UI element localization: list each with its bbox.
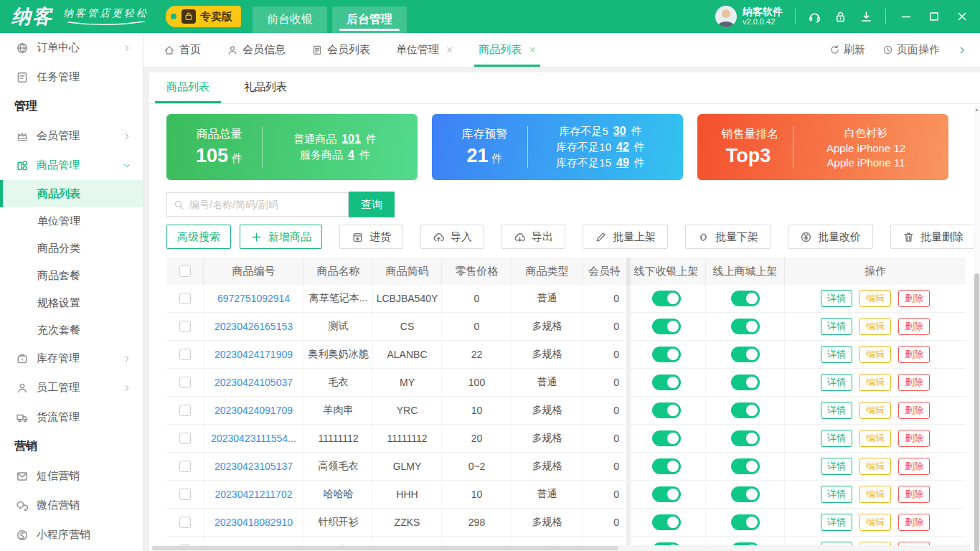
row-checkbox[interactable] [179, 321, 191, 332]
detail-button[interactable]: 详情 [821, 318, 852, 335]
online-mall-toggle[interactable] [731, 347, 760, 362]
row-checkbox[interactable] [179, 433, 191, 444]
edit-button[interactable]: 编辑 [859, 486, 891, 503]
download-icon[interactable] [859, 10, 873, 24]
detail-button[interactable]: 详情 [821, 486, 852, 503]
detail-button[interactable]: 详情 [821, 458, 852, 475]
product-code-link[interactable]: 6972751092914 [217, 293, 290, 304]
purchase-button[interactable]: 进货 [339, 225, 403, 249]
sidebar-item-wechat-marketing[interactable]: 微信营销 [0, 491, 143, 520]
offline-pos-toggle[interactable] [652, 375, 681, 390]
sidebar-item-product-category[interactable]: 商品分类 [0, 235, 143, 262]
delete-button[interactable]: 删除 [898, 430, 930, 447]
edit-button[interactable]: 编辑 [859, 346, 891, 363]
offline-pos-toggle[interactable] [652, 430, 681, 446]
offline-pos-toggle[interactable] [652, 402, 681, 418]
detail-button[interactable]: 详情 [821, 514, 852, 531]
row-checkbox[interactable] [179, 377, 191, 388]
vertical-scroll-thumb[interactable] [974, 273, 979, 551]
offline-pos-toggle[interactable] [652, 291, 681, 306]
batch-on-shelf-button[interactable]: 批量上架 [583, 225, 668, 249]
topnav-backend-management[interactable]: 后台管理 [332, 6, 407, 33]
sidebar-item-staff-management[interactable]: 员工管理 [0, 373, 143, 402]
detail-button[interactable]: 详情 [821, 374, 852, 391]
row-checkbox[interactable] [179, 517, 191, 528]
maximize-button[interactable] [926, 9, 942, 24]
detail-button[interactable]: 详情 [821, 346, 852, 363]
batch-off-shelf-button[interactable]: 批量下架 [685, 225, 771, 249]
product-code-link[interactable]: 20230424105037 [215, 377, 293, 388]
import-button[interactable]: 导入 [420, 225, 484, 249]
delete-button[interactable]: 删除 [898, 486, 930, 503]
delete-button[interactable]: 删除 [898, 290, 930, 307]
vertical-scrollbar[interactable]: ▲ [974, 105, 980, 545]
tab-member-list[interactable]: 会员列表 [311, 33, 370, 67]
online-mall-toggle[interactable] [731, 375, 760, 390]
batch-delete-button[interactable]: 批量删除 [890, 225, 976, 249]
product-code-link[interactable]: 20230421211702 [215, 489, 293, 500]
user-info[interactable]: 纳客软件 v2.0.0.42 [715, 6, 783, 27]
topnav-front-cashier[interactable]: 前台收银 [253, 6, 327, 33]
detail-button[interactable]: 详情 [821, 430, 852, 447]
close-button[interactable] [954, 9, 970, 24]
product-code-link[interactable]: 20230426165153 [215, 321, 293, 332]
offline-pos-toggle[interactable] [652, 486, 681, 502]
panel-tab-product-list[interactable]: 商品列表 [166, 80, 209, 103]
close-tab-icon[interactable]: × [529, 44, 535, 56]
refresh-button[interactable]: 刷新 [829, 43, 865, 57]
search-input[interactable] [189, 199, 341, 210]
delete-button[interactable]: 删除 [898, 374, 930, 391]
row-checkbox[interactable] [179, 405, 191, 416]
online-mall-toggle[interactable] [731, 402, 760, 418]
customer-service-icon[interactable] [808, 10, 821, 24]
sidebar-item-recharge-package[interactable]: 充次套餐 [0, 316, 143, 344]
delete-button[interactable]: 删除 [898, 458, 930, 475]
detail-button[interactable]: 详情 [821, 402, 852, 419]
sidebar-item-inventory-management[interactable]: 库存管理 [0, 344, 143, 373]
sidebar-item-miniprogram-marketing[interactable]: 小程序营销 [0, 520, 143, 550]
horizontal-scrollbar[interactable] [152, 545, 970, 551]
online-mall-toggle[interactable] [731, 430, 760, 446]
row-checkbox[interactable] [179, 489, 191, 500]
online-mall-toggle[interactable] [731, 514, 760, 530]
sidebar-item-product-package[interactable]: 商品套餐 [0, 262, 143, 289]
lock-icon[interactable] [834, 10, 847, 24]
edit-button[interactable]: 编辑 [859, 430, 891, 447]
select-all-checkbox[interactable] [179, 265, 191, 277]
offline-pos-toggle[interactable] [652, 458, 681, 474]
offline-pos-toggle[interactable] [652, 347, 681, 362]
sidebar-item-unit-management[interactable]: 单位管理 [0, 207, 143, 235]
sidebar-item-order-center[interactable]: 订单中心 [0, 33, 143, 62]
edit-button[interactable]: 编辑 [859, 402, 891, 419]
batch-reprice-button[interactable]: 批量改价 [788, 225, 873, 249]
online-mall-toggle[interactable] [731, 458, 760, 474]
edit-button[interactable]: 编辑 [859, 514, 891, 531]
delete-button[interactable]: 删除 [898, 318, 930, 335]
product-code-link[interactable]: 20230418082910 [215, 517, 293, 528]
chevron-right-icon[interactable] [957, 45, 967, 55]
online-mall-toggle[interactable] [731, 291, 760, 306]
advanced-search-button[interactable]: 高级搜索 [166, 225, 231, 249]
online-mall-toggle[interactable] [731, 319, 760, 334]
delete-button[interactable]: 删除 [898, 402, 930, 419]
product-code-link[interactable]: 20230424091709 [215, 405, 293, 416]
online-mall-toggle[interactable] [731, 486, 760, 502]
delete-button[interactable]: 删除 [898, 514, 930, 531]
scroll-up-arrow-icon[interactable]: ▲ [974, 105, 980, 114]
sidebar-item-member-management[interactable]: 会员管理 [0, 121, 143, 151]
offline-pos-toggle[interactable] [652, 514, 681, 530]
sidebar-item-sms-marketing[interactable]: 短信营销 [0, 461, 143, 491]
tab-member-info[interactable]: 会员信息 [227, 33, 286, 67]
sidebar-item-product-management[interactable]: 商品管理 [0, 151, 143, 180]
detail-button[interactable]: 详情 [821, 290, 852, 307]
row-checkbox[interactable] [179, 349, 191, 360]
row-checkbox[interactable] [179, 293, 191, 304]
sidebar-item-task-management[interactable]: 任务管理 [0, 62, 143, 92]
tab-unit-management[interactable]: 单位管理× [396, 33, 453, 67]
sidebar-item-product-list[interactable]: 商品列表 [0, 180, 143, 207]
minimize-button[interactable] [898, 9, 914, 24]
add-product-button[interactable]: 新增商品 [240, 225, 322, 249]
edit-button[interactable]: 编辑 [859, 374, 891, 391]
sidebar-item-spec-settings[interactable]: 规格设置 [0, 289, 143, 316]
panel-tab-gift-list[interactable]: 礼品列表 [244, 80, 287, 103]
